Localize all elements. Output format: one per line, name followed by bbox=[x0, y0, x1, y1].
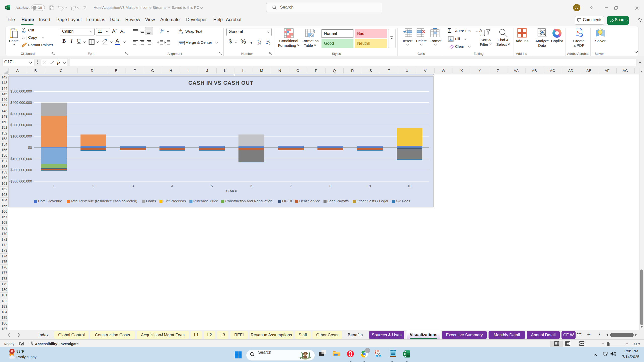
svg-text:0: 0 bbox=[260, 39, 261, 42]
svg-text:Z: Z bbox=[479, 33, 482, 37]
svg-text:ab: ab bbox=[160, 29, 163, 32]
svg-text:A: A bbox=[479, 28, 482, 32]
svg-text:.00: .00 bbox=[257, 42, 261, 45]
svg-text:X: X bbox=[6, 6, 8, 9]
svg-text:.00: .00 bbox=[266, 39, 269, 42]
svg-text:c: c bbox=[179, 32, 180, 35]
svg-text:0: 0 bbox=[269, 42, 270, 45]
svg-text:A: A bbox=[577, 30, 579, 34]
svg-text:X: X bbox=[404, 352, 406, 356]
